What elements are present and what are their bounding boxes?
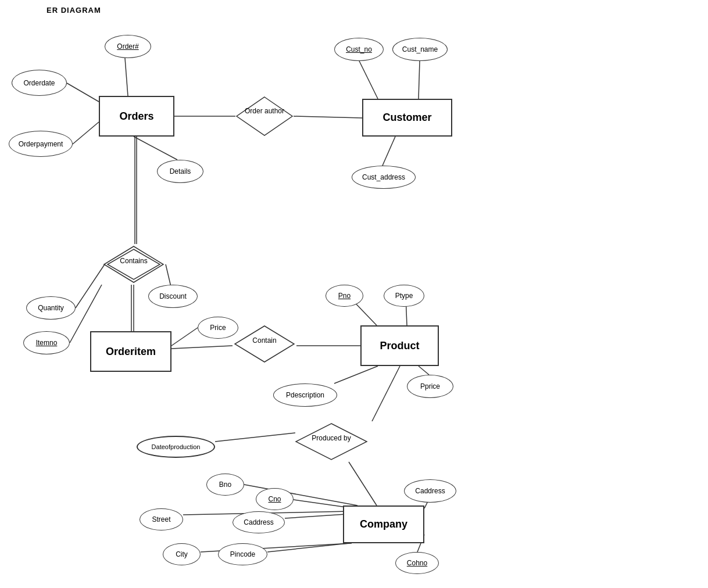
- attr-discount: Discount: [148, 285, 198, 308]
- svg-line-7: [419, 61, 420, 99]
- attr-cust-name: Cust_name: [392, 38, 448, 61]
- attr-itemno: Itemno: [23, 331, 70, 354]
- attr-cust-no: Cust_no: [334, 38, 384, 61]
- relationship-produced-by: Produced by: [294, 421, 369, 462]
- svg-line-3: [134, 137, 177, 160]
- attr-cno: Cno: [256, 488, 294, 510]
- svg-marker-36: [108, 249, 160, 279]
- svg-line-22: [419, 366, 429, 375]
- svg-line-21: [334, 366, 378, 383]
- entity-orders: Orders: [99, 96, 174, 137]
- relationship-order-author: Order author: [235, 96, 294, 137]
- entity-company: Company: [343, 505, 424, 543]
- relationship-contains: Contains: [102, 244, 166, 285]
- entity-orderitem: Orderitem: [90, 331, 171, 372]
- svg-line-5: [294, 116, 362, 118]
- attr-details: Details: [157, 160, 203, 183]
- svg-line-1: [67, 83, 99, 102]
- attr-cust-address: Cust_address: [352, 166, 416, 189]
- attr-ordernum: Order#: [105, 35, 151, 58]
- attr-orderpayment: Orderpayment: [9, 131, 73, 157]
- svg-line-2: [73, 122, 99, 144]
- svg-line-24: [215, 433, 295, 442]
- svg-marker-37: [235, 326, 294, 362]
- attr-dateofproduction: Dateofproduction: [137, 436, 215, 458]
- svg-line-8: [382, 137, 395, 166]
- attr-caddress-bottom: Caddress: [233, 511, 285, 533]
- attr-pprice: Pprice: [407, 375, 453, 398]
- attr-ptype: Ptype: [384, 285, 424, 307]
- svg-line-0: [125, 58, 128, 96]
- entity-product: Product: [360, 325, 439, 366]
- svg-line-17: [171, 346, 233, 349]
- attr-street: Street: [140, 508, 183, 530]
- attr-pincode: Pincode: [218, 543, 267, 565]
- attr-pdescription: Pdescription: [273, 383, 337, 407]
- attr-pno: Pno: [326, 285, 363, 307]
- entity-customer: Customer: [362, 99, 452, 137]
- svg-line-32: [267, 543, 349, 552]
- relationship-contain: Contain: [233, 324, 296, 364]
- svg-marker-38: [296, 424, 367, 460]
- svg-marker-34: [237, 97, 292, 135]
- diagram-title: ER DIAGRAM: [47, 6, 101, 15]
- svg-line-30: [285, 514, 346, 518]
- attr-bno: Bno: [206, 474, 244, 496]
- svg-line-6: [359, 61, 378, 99]
- attr-caddress-top: Caddress: [404, 479, 456, 503]
- svg-line-23: [372, 366, 400, 421]
- attr-cohno: Cohno: [395, 552, 439, 574]
- svg-line-25: [349, 462, 377, 505]
- attr-quantity: Quantity: [26, 296, 76, 320]
- svg-line-11: [76, 264, 105, 308]
- svg-line-16: [171, 328, 198, 346]
- attr-city: City: [163, 543, 201, 565]
- attr-orderdate: Orderdate: [12, 70, 67, 96]
